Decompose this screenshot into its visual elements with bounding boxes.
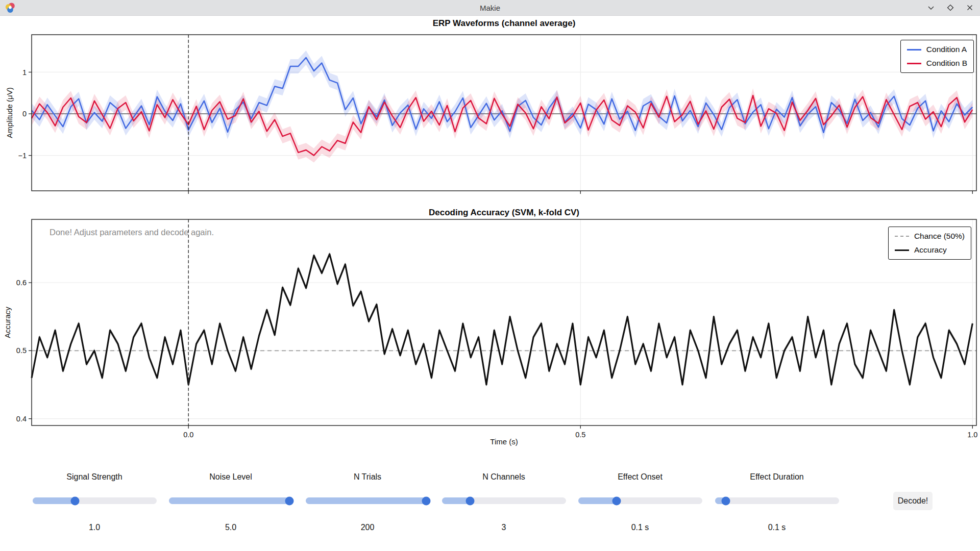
plots-canvas[interactable]: 10−1Amplitude (μV)0.00.51.00.60.50.4Accu… (0, 0, 980, 551)
slider-n-trials: N Trials200 (300, 472, 435, 532)
makie-window: Makie ERP Waveforms (channel average) De… (0, 0, 980, 551)
noise-level-slider-thumb[interactable] (285, 496, 294, 505)
y-tick-label: 0.4 (16, 415, 27, 423)
y-axis-label: Accuracy (3, 307, 12, 338)
effect-duration-slider-thumb[interactable] (722, 496, 730, 505)
n-trials-slider-fill (306, 497, 427, 504)
slider-effect-duration: Effect Duration0.1 s (709, 472, 845, 532)
accuracy-band (32, 252, 972, 387)
n-channels-value: 3 (502, 523, 506, 532)
legend-label: Chance (50%) (914, 232, 965, 241)
n-trials-label: N Trials (354, 472, 381, 483)
chance-line-swatch (895, 236, 909, 237)
noise-level-slider-track[interactable] (169, 497, 293, 504)
noise-level-label: Noise Level (209, 472, 252, 483)
slider-effect-onset: Effect Onset0.1 s (572, 472, 708, 532)
n-channels-slider-track[interactable] (442, 497, 566, 504)
y-tick-label: 1 (22, 68, 27, 77)
legend-item-accuracy: Accuracy (895, 245, 965, 255)
signal-strength-slider-thumb[interactable] (71, 496, 80, 505)
n-trials-value: 200 (361, 523, 375, 532)
slider-n-channels: N Channels3 (436, 472, 572, 532)
accuracy-legend: Chance (50%) Accuracy (888, 227, 971, 260)
y-tick-label: 0.6 (16, 279, 27, 287)
effect-onset-slider-fill (578, 497, 617, 504)
accuracy-line-swatch (895, 249, 909, 251)
effect-duration-value: 0.1 s (768, 523, 786, 532)
legend-label: Condition A (926, 45, 967, 54)
effect-onset-value: 0.1 s (631, 523, 649, 532)
y-tick-label: 0.5 (16, 346, 27, 355)
legend-item-condition-a: Condition A (907, 45, 967, 54)
decode-button[interactable]: Decode! (893, 492, 933, 510)
n-channels-label: N Channels (482, 472, 525, 483)
condition-b-line-swatch (907, 63, 921, 64)
x-tick-label: 1.0 (967, 431, 977, 439)
effect-onset-label: Effect Onset (618, 472, 663, 483)
slider-signal-strength: Signal Strength1.0 (27, 472, 162, 532)
noise-level-slider-fill (169, 497, 290, 504)
y-axis-label: Amplitude (μV) (5, 87, 14, 138)
x-tick-label: 0.5 (575, 431, 585, 439)
y-tick-label: −1 (18, 152, 27, 160)
signal-strength-slider-track[interactable] (33, 497, 157, 504)
signal-strength-slider-fill (33, 497, 76, 504)
signal-strength-label: Signal Strength (66, 472, 122, 483)
y-tick-label: 0 (22, 110, 27, 118)
n-trials-slider-thumb[interactable] (422, 496, 431, 505)
x-tick-label: 0.0 (183, 431, 193, 439)
n-channels-slider-thumb[interactable] (466, 496, 475, 505)
effect-duration-label: Effect Duration (750, 472, 804, 483)
legend-item-chance: Chance (50%) (895, 232, 965, 241)
effect-onset-slider-track[interactable] (578, 497, 702, 504)
signal-strength-value: 1.0 (89, 523, 100, 532)
slider-noise-level: Noise Level5.0 (163, 472, 299, 532)
noise-level-value: 5.0 (225, 523, 236, 532)
erp-legend: Condition A Condition B (900, 40, 974, 73)
effect-duration-slider-track[interactable] (715, 497, 839, 504)
legend-label: Accuracy (914, 245, 947, 255)
effect-onset-slider-thumb[interactable] (612, 496, 621, 505)
condition-a-line-swatch (907, 49, 921, 51)
legend-label: Condition B (926, 59, 967, 68)
axis-spines (32, 219, 976, 425)
legend-item-condition-b: Condition B (907, 59, 967, 68)
n-trials-slider-track[interactable] (306, 497, 430, 504)
